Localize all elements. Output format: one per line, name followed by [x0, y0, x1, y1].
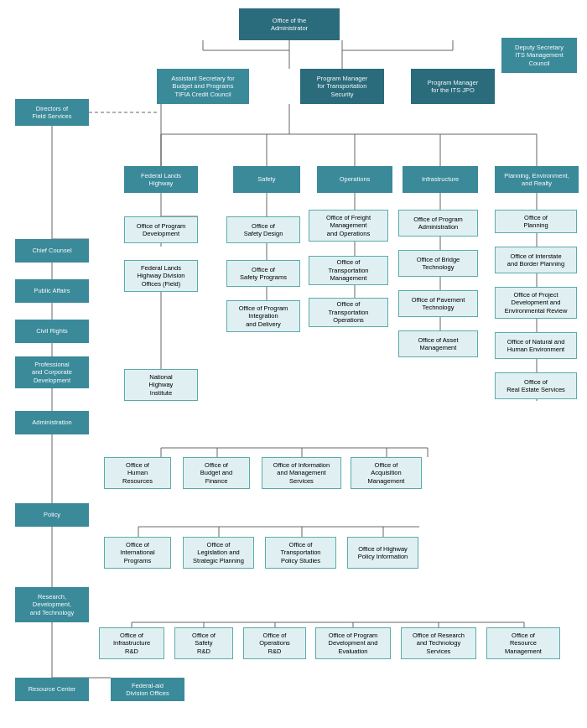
office-natural: Office of Natural and Human Environment — [495, 332, 577, 359]
office-legislation: Office of Legislation and Strategic Plan… — [183, 537, 254, 569]
office-info-mgmt: Office of Information and Management Ser… — [262, 457, 341, 489]
infrastructure-div: Infrastructure — [403, 166, 478, 193]
professional-dev: Professional and Corporate Development — [15, 356, 89, 388]
office-realestate: Office of Real Estate Services — [495, 372, 577, 399]
office-research-tech: Office of Research and Technology Servic… — [401, 627, 476, 659]
deputy-secretary: Deputy Secretary ITS Management Council — [501, 38, 577, 73]
office-infra-rd: Office of Infrastructure R&D — [99, 627, 164, 659]
office-safety-design: Office of Safety Design — [226, 216, 300, 243]
office-ops-rd: Office of Operations R&D — [243, 627, 306, 659]
org-chart: Office of the AdministratorDeputy Secret… — [0, 0, 587, 728]
office-human: Office of Human Resources — [104, 457, 171, 489]
office-prog-integ: Office of Program Integration and Delive… — [226, 300, 300, 332]
office-budget: Office of Budget and Finance — [183, 457, 250, 489]
prog-mgr-its: Program Manager for the ITS JPO — [411, 69, 495, 104]
resource-center: Resource Center — [15, 678, 89, 701]
office-prog-dev: Office of Program Development — [124, 216, 198, 243]
office-resource: Office of Resource Management — [486, 627, 560, 659]
planning-div: Planning, Environment, and Realty — [495, 166, 579, 193]
office-trans-ops: Office of Transportation Operations — [309, 298, 388, 327]
office-bridge: Office of Bridge Technology — [398, 250, 478, 277]
policy: Policy — [15, 503, 89, 527]
federal-aid-div: Federal-aid Division Offices — [111, 678, 184, 701]
office-safety-rd: Office of Safety R&D — [174, 627, 233, 659]
research-dev: Research, Development, and Technology — [15, 587, 89, 622]
office-highway-policy: Office of Highway Policy Information — [347, 537, 418, 569]
directors-field: Directors of Field Services — [15, 99, 89, 126]
asst-secretary: Assistant Secretary for Budget and Progr… — [157, 69, 249, 104]
office-freight: Office of Freight Management and Operati… — [309, 210, 388, 242]
operations-div: Operations — [317, 166, 392, 193]
civil-rights: Civil Rights — [15, 320, 89, 343]
administration: Administration — [15, 411, 89, 434]
office-pavement: Office of Pavement Technology — [398, 290, 478, 317]
safety-div: Safety — [233, 166, 300, 193]
office-trans-policy: Office of Transportation Policy Studies — [265, 537, 336, 569]
office-planning: Office of Planning — [495, 210, 577, 233]
office-project-dev: Office of Project Development and Enviro… — [495, 287, 577, 319]
office-prog-admin: Office of Program Administration — [398, 210, 478, 237]
office-safety-prog: Office of Safety Programs — [226, 260, 300, 287]
prog-mgr-security: Program Manager for Transportation Secur… — [300, 69, 384, 104]
federal-lands: Federal Lands Highway — [124, 166, 198, 193]
office-asset: Office of Asset Management — [398, 330, 478, 357]
national-highway: National Highway Institute — [124, 369, 198, 401]
office-acquisition: Office of Acquisition Management — [351, 457, 422, 489]
office-prog-dev-eval: Office of Program Development and Evalua… — [315, 627, 391, 659]
administrator: Office of the Administrator — [239, 8, 340, 40]
chief-counsel: Chief Counsel — [15, 239, 89, 263]
office-intl: Office of International Programs — [104, 537, 171, 569]
public-affairs: Public Affairs — [15, 279, 89, 303]
office-interstate: Office of Interstate and Border Planning — [495, 247, 577, 273]
federal-lands-div: Federal Lands Highway Division Offices (… — [124, 260, 198, 292]
office-trans-mgmt: Office of Transportation Management — [309, 256, 388, 285]
